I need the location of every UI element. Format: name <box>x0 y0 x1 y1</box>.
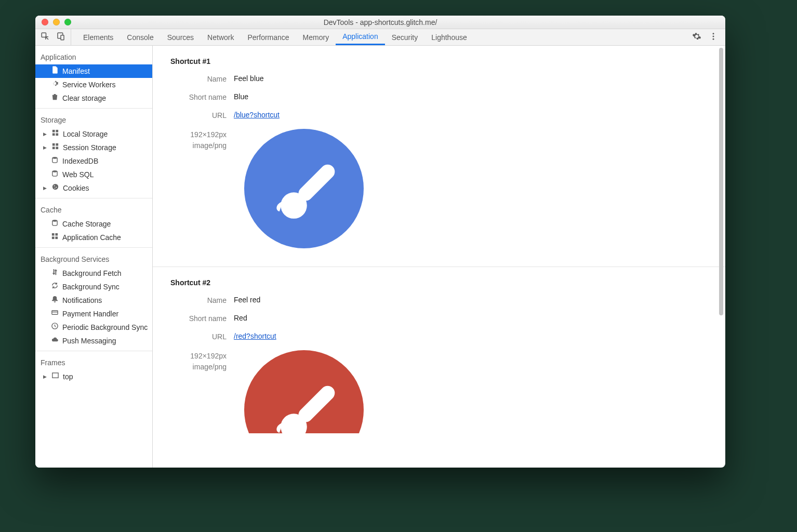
clock-icon <box>51 322 59 332</box>
sidebar-item-manifest[interactable]: Manifest <box>35 64 152 78</box>
grid-icon <box>51 232 59 243</box>
sidebar-item-label: Clear storage <box>62 93 106 103</box>
tab-console[interactable]: Console <box>120 29 160 45</box>
inspect-element-icon[interactable] <box>41 32 50 43</box>
brush-icon <box>244 350 364 433</box>
tab-application[interactable]: Application <box>336 29 385 45</box>
shortcut-section-1: Shortcut #1 Name Feel blue Short name Bl… <box>153 46 725 267</box>
svg-rect-8 <box>52 133 55 136</box>
manifest-view: Shortcut #1 Name Feel blue Short name Bl… <box>153 46 725 468</box>
shortcut-name-value: Feel blue <box>234 74 264 83</box>
sidebar-item-bg-fetch[interactable]: Background Fetch <box>35 267 152 280</box>
sidebar-item-label: Session Storage <box>63 142 116 153</box>
sidebar-item-session-storage[interactable]: ▶ Session Storage <box>35 141 152 154</box>
sidebar-item-periodic-sync[interactable]: Periodic Background Sync <box>35 321 152 334</box>
chevron-right-icon[interactable]: ▶ <box>42 129 48 139</box>
grid-icon <box>51 142 59 153</box>
sidebar-item-label: Cache Storage <box>62 219 111 229</box>
sidebar-item-label: Application Cache <box>62 232 121 243</box>
group-cache: Cache <box>35 202 152 217</box>
sidebar-item-application-cache[interactable]: Application Cache <box>35 231 152 244</box>
db-icon <box>51 156 59 166</box>
icon-size-label: 192×192px <box>170 129 227 140</box>
sidebar-item-bg-sync[interactable]: Background Sync <box>35 280 152 294</box>
svg-point-15 <box>52 170 57 172</box>
device-toggle-icon[interactable] <box>56 32 65 43</box>
sidebar-item-label: Background Fetch <box>62 268 122 278</box>
svg-rect-10 <box>52 143 55 146</box>
sidebar-item-push-messaging[interactable]: Push Messaging <box>35 334 152 348</box>
sidebar-item-payment-handler[interactable]: Payment Handler <box>35 307 152 321</box>
group-storage: Storage <box>35 112 152 127</box>
sidebar-item-local-storage[interactable]: ▶ Local Storage <box>35 127 152 141</box>
shortcut-name-value: Feel red <box>234 296 260 304</box>
sidebar-item-cookies[interactable]: ▶ Cookies <box>35 181 152 195</box>
field-label-name: Name <box>170 296 227 304</box>
shortcut-heading: Shortcut #1 <box>170 55 716 70</box>
svg-point-16 <box>52 184 58 190</box>
settings-icon[interactable] <box>692 32 701 43</box>
more-menu-icon[interactable] <box>709 32 718 43</box>
devtools-toolbar: Elements Console Sources Network Perform… <box>35 29 725 46</box>
tab-security[interactable]: Security <box>385 29 425 45</box>
sidebar-item-label: Notifications <box>62 295 102 305</box>
group-frames: Frames <box>35 354 152 370</box>
shortcut-url-link[interactable]: /red?shortcut <box>234 332 276 340</box>
sidebar-item-label: Push Messaging <box>62 336 116 346</box>
svg-rect-25 <box>52 311 58 315</box>
updown-icon <box>51 268 59 278</box>
frame-icon <box>51 371 59 382</box>
tab-lighthouse[interactable]: Lighthouse <box>424 29 474 45</box>
svg-rect-28 <box>52 373 58 378</box>
svg-rect-6 <box>52 130 55 132</box>
sidebar-item-cache-storage[interactable]: Cache Storage <box>35 217 152 231</box>
titlebar: DevTools - app-shortcuts.glitch.me/ <box>35 16 725 29</box>
trash-icon <box>51 93 59 103</box>
devtools-window: DevTools - app-shortcuts.glitch.me/ Elem… <box>35 16 725 468</box>
svg-rect-9 <box>56 133 58 136</box>
svg-point-3 <box>713 33 714 34</box>
sync-icon <box>51 282 59 292</box>
chevron-right-icon[interactable]: ▶ <box>42 371 48 382</box>
tab-sources[interactable]: Sources <box>161 29 201 45</box>
field-label-url: URL <box>170 332 227 341</box>
sidebar-item-indexeddb[interactable]: IndexedDB <box>35 154 152 168</box>
shortcut-section-2: Shortcut #2 Name Feel red Short name Red… <box>153 267 725 451</box>
field-label-url: URL <box>170 111 227 119</box>
svg-point-5 <box>713 38 714 40</box>
window-title: DevTools - app-shortcuts.glitch.me/ <box>35 18 725 26</box>
svg-point-17 <box>54 185 55 187</box>
sidebar-item-notifications[interactable]: Notifications <box>35 294 152 307</box>
icon-mime-label: image/png <box>170 140 227 151</box>
sidebar-item-service-workers[interactable]: Service Workers <box>35 78 152 91</box>
sidebar-item-websql[interactable]: Web SQL <box>35 168 152 181</box>
sidebar-item-label: Manifest <box>62 66 90 76</box>
sidebar-item-top-frame[interactable]: ▶ top <box>35 370 152 383</box>
svg-point-14 <box>52 157 57 159</box>
svg-point-19 <box>55 188 56 189</box>
application-sidebar: Application Manifest Service Workers Cle… <box>35 46 153 468</box>
tab-memory[interactable]: Memory <box>296 29 336 45</box>
shortcut-url-link[interactable]: /blue?shortcut <box>234 111 280 119</box>
scrollbar-thumb[interactable] <box>719 48 723 315</box>
tab-network[interactable]: Network <box>201 29 241 45</box>
group-application: Application <box>35 49 152 64</box>
gear-icon <box>51 79 59 90</box>
shortcut-icon-preview <box>244 350 364 433</box>
shortcut-icon-preview <box>244 129 364 248</box>
chevron-right-icon[interactable]: ▶ <box>42 142 48 153</box>
shortcut-heading: Shortcut #2 <box>170 276 716 291</box>
sidebar-item-clear-storage[interactable]: Clear storage <box>35 91 152 105</box>
svg-point-18 <box>56 187 57 188</box>
cloud-icon <box>51 336 59 346</box>
card-icon <box>51 309 59 319</box>
svg-point-4 <box>713 36 714 37</box>
svg-rect-21 <box>52 233 55 236</box>
panel-tabs: Elements Console Sources Network Perform… <box>71 29 474 45</box>
chevron-right-icon[interactable]: ▶ <box>42 183 48 193</box>
file-icon <box>51 66 59 76</box>
svg-rect-12 <box>52 147 55 149</box>
vertical-scrollbar[interactable] <box>719 48 723 466</box>
tab-performance[interactable]: Performance <box>241 29 296 45</box>
tab-elements[interactable]: Elements <box>76 29 120 45</box>
